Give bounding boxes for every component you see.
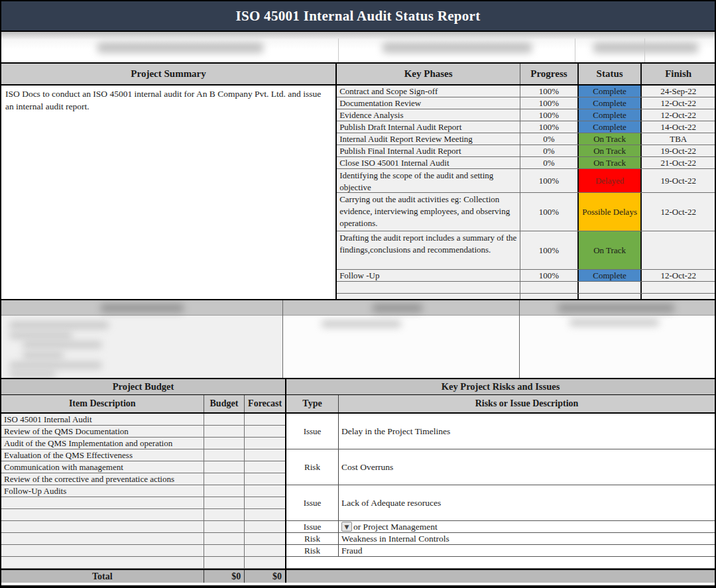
main-section: Project Summary ISO Docs to conduct an I… [1, 64, 715, 300]
risk-row: RiskWeakness in Internal Controls [286, 533, 715, 545]
forecast-value-cell[interactable] [245, 485, 285, 497]
phase-name-cell: Contract and Scope Sign-off [337, 86, 520, 97]
budget-value-cell[interactable] [204, 449, 245, 461]
risk-row [286, 557, 715, 569]
progress-cell: 100% [520, 121, 577, 133]
risks-issues-table: Key Project Risks and Issues Type Risks … [286, 379, 715, 583]
phase-name-cell: Drafting the audit report includes a sum… [337, 231, 520, 269]
key-phase-row: Publish Draft Internal Audit Report100%C… [337, 121, 715, 133]
type-column-header: Type [286, 395, 339, 412]
key-phases-rows: Contract and Scope Sign-off100%Complete2… [337, 86, 715, 299]
risk-type-cell [286, 557, 339, 568]
budget-row [1, 533, 285, 545]
budget-row: Review of the corrective and preventatic… [1, 473, 285, 485]
forecast-value-cell[interactable] [245, 461, 285, 473]
budget-rows: ISO 45001 Internal AuditReview of the QM… [1, 414, 285, 569]
phase-name-cell: Identifying the scope of the audit and s… [337, 169, 520, 192]
status-badge: Possible Delays [577, 193, 642, 231]
forecast-value-cell[interactable] [245, 521, 285, 532]
key-phases-table: Key Phases Progress Status Finish Contra… [337, 64, 715, 299]
budget-value-cell[interactable] [204, 461, 245, 473]
status-badge: Delayed [577, 169, 642, 192]
budget-value-cell[interactable] [204, 485, 245, 497]
budget-item-cell [1, 533, 204, 544]
key-phase-row: Drafting the audit report includes a sum… [337, 231, 715, 270]
key-phase-row: Internal Audit Report Review Meeting0%On… [337, 133, 715, 145]
budget-value-cell[interactable] [204, 509, 245, 520]
phase-name-cell: Publish Final Internal Audit Report [337, 145, 520, 156]
budget-value-cell[interactable] [204, 426, 245, 437]
status-badge: On Track [577, 231, 642, 269]
budget-value-cell[interactable] [204, 521, 245, 532]
risk-description-text: Delay in the Project Timelines [341, 426, 450, 437]
key-phase-row: Documentation Review100%Complete12-Oct-2… [337, 97, 715, 109]
budget-item-cell: Communication with management [1, 461, 204, 473]
risk-description-text: Weakness in Internal Controls [341, 534, 449, 544]
budget-item-cell [1, 521, 204, 532]
budget-item-cell [1, 497, 204, 508]
forecast-value-cell[interactable] [245, 545, 285, 556]
dropdown-arrow-icon[interactable]: ▼ [341, 522, 352, 532]
phase-name-cell: Close ISO 45001 Internal Audit [337, 157, 520, 168]
project-summary-panel: Project Summary ISO Docs to conduct an I… [1, 64, 337, 299]
info-cell-divider [338, 38, 339, 62]
project-summary-text: ISO Docs to conduct an ISO 45001 interna… [1, 86, 335, 299]
forecast-value-cell[interactable] [245, 449, 285, 461]
budget-column-header-row: Item Description Budget Forecast [1, 395, 285, 414]
forecast-value-cell[interactable] [245, 438, 285, 449]
budget-row: Evaluation of the QMS Effectiveness [1, 449, 285, 461]
forecast-value-cell[interactable] [245, 473, 285, 485]
budget-value-cell[interactable] [204, 438, 245, 449]
forecast-value-cell[interactable] [245, 426, 285, 437]
budget-item-cell [1, 545, 204, 556]
project-budget-table: Project Budget Item Description Budget F… [1, 379, 286, 583]
project-summary-header: Project Summary [1, 64, 335, 86]
risk-type-cell: Risk [286, 545, 339, 556]
risk-type-cell: Issue [286, 414, 339, 449]
risk-description-cell: Cost Overruns [339, 449, 715, 485]
bottom-section: Project Budget Item Description Budget F… [1, 379, 715, 583]
redacted-column-3 [520, 300, 715, 378]
forecast-value-cell[interactable] [245, 557, 285, 568]
redacted-line [23, 352, 64, 359]
progress-cell: 0% [520, 157, 577, 168]
budget-value-cell[interactable] [204, 533, 245, 544]
budget-value-cell[interactable] [204, 557, 245, 568]
budget-row: Follow-Up Audits [1, 485, 285, 497]
redacted-line [9, 332, 72, 339]
forecast-value-cell[interactable] [245, 509, 285, 520]
budget-item-cell: ISO 45001 Internal Audit [1, 414, 204, 425]
redacted-status-date [593, 42, 698, 53]
risk-row: IssueDelay in the Project Timelines [286, 414, 715, 449]
risks-issues-header: Key Project Risks and Issues [286, 379, 715, 395]
key-phase-row: Identifying the scope of the audit and s… [337, 169, 715, 193]
budget-item-cell: Review of the corrective and preventatic… [1, 473, 204, 485]
total-budget-value: $0 [204, 570, 245, 583]
finish-date-cell: 24-Sep-22 [642, 86, 715, 97]
risk-description-cell: Lack of Adequate resoruces [339, 485, 715, 520]
status-badge: On Track [577, 145, 642, 156]
key-phase-row [337, 294, 715, 299]
finish-date-cell: 12-Oct-22 [642, 109, 715, 121]
redacted-project-manager [383, 42, 532, 53]
status-badge: On Track [577, 133, 642, 145]
risk-description-text: Cost Overruns [341, 462, 393, 473]
phase-name-cell: Documentation Review [337, 97, 520, 109]
phase-name-cell: Publish Draft Internal Audit Report [337, 121, 520, 133]
budget-value-cell[interactable] [204, 473, 245, 485]
risk-description-cell [339, 557, 715, 568]
key-phase-row [337, 282, 715, 294]
progress-cell: 100% [520, 109, 577, 121]
budget-row [1, 521, 285, 533]
risk-description-text: Lack of Adequate resoruces [341, 498, 441, 508]
budget-value-cell[interactable] [204, 414, 245, 425]
budget-value-cell[interactable] [204, 497, 245, 508]
forecast-value-cell[interactable] [245, 414, 285, 425]
finish-date-cell: 12-Oct-22 [642, 97, 715, 109]
risk-type-cell: Risk [286, 533, 339, 544]
forecast-value-cell[interactable] [245, 497, 285, 508]
budget-value-cell[interactable] [204, 545, 245, 556]
budget-row [1, 545, 285, 557]
risk-row: RiskCost Overruns [286, 449, 715, 485]
forecast-value-cell[interactable] [245, 533, 285, 544]
